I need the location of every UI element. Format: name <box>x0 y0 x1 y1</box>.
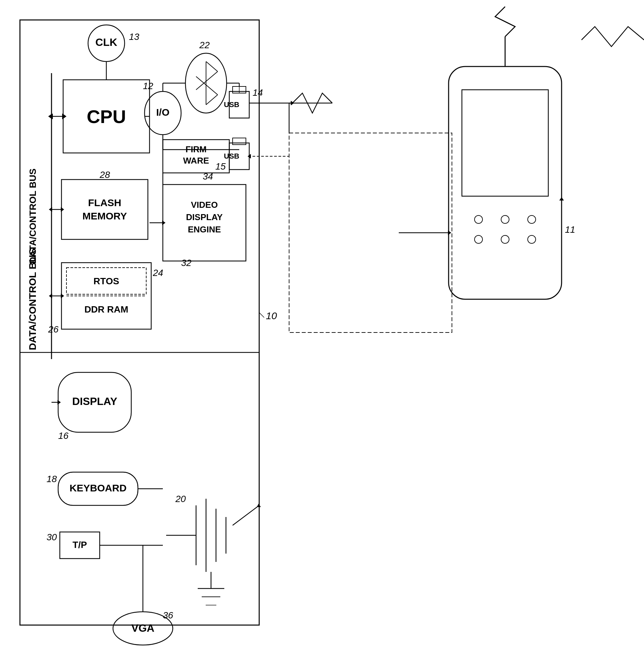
ref-13: 13 <box>129 31 140 42</box>
bus-label-vert: DATA/CONTROL BUS <box>28 169 38 264</box>
ref-11: 11 <box>565 224 575 235</box>
flash-label1: FLASH <box>88 197 121 208</box>
bt-mid-left <box>196 71 218 90</box>
ref10-line <box>259 313 264 317</box>
display-arrow <box>57 400 61 405</box>
rtos-label: RTOS <box>93 276 119 286</box>
key3 <box>528 215 536 223</box>
ref11-arrow <box>559 197 564 200</box>
keyboard-label: KEYBOARD <box>70 482 127 493</box>
ref-24: 24 <box>152 268 163 278</box>
ddr-arrow-right <box>61 294 64 298</box>
mobile-connect-arrow <box>448 231 451 235</box>
diagram-container: DATA/CONTROL BUS CLK 13 CPU 12 I/O <box>0 0 644 653</box>
firmware-label1: FIRM <box>185 144 207 154</box>
ref-20: 20 <box>175 494 186 504</box>
wireless-top <box>581 27 644 47</box>
firmware-label2: WARE <box>183 155 209 166</box>
speaker-arrow-line <box>232 505 259 525</box>
flash-label2: MEMORY <box>82 211 127 221</box>
usb2-label: USB <box>224 152 239 160</box>
vde-box <box>163 185 246 261</box>
ref-30: 30 <box>47 532 57 542</box>
cpu-label: CPU <box>87 106 126 127</box>
io-label: I/O <box>156 107 170 118</box>
key5 <box>501 235 509 243</box>
ref-26: 26 <box>48 324 59 335</box>
bt-mid-right <box>196 76 218 95</box>
vga-label: VGA <box>131 622 154 634</box>
key4 <box>474 235 482 243</box>
flash-arrow-left <box>49 207 52 212</box>
ref-32: 32 <box>181 258 192 268</box>
usb2-head <box>232 138 246 145</box>
display-label: DISPLAY <box>72 395 117 407</box>
ref-34: 34 <box>203 171 213 182</box>
ref-14: 14 <box>252 88 263 98</box>
flash-arrow-right <box>61 207 64 212</box>
key1 <box>474 215 482 223</box>
ref-12: 12 <box>143 81 153 91</box>
ddr-arrow-left <box>49 294 52 298</box>
clk-label: CLK <box>95 36 117 48</box>
ref-28: 28 <box>99 170 110 180</box>
antenna-zigzag <box>495 7 515 37</box>
vde-arrow <box>162 220 166 225</box>
bt-bot-right <box>206 95 218 105</box>
speaker-arrow <box>257 504 261 507</box>
vde-label2: DISPLAY <box>186 212 223 222</box>
usb1-label: USB <box>224 100 239 109</box>
bt-top-right <box>206 62 218 71</box>
key6 <box>528 235 536 243</box>
ref-22: 22 <box>199 40 210 50</box>
vde-label3: ENGINE <box>188 224 221 235</box>
ref-15: 15 <box>215 161 226 172</box>
flash-memory-box <box>61 179 148 239</box>
mobile-screen <box>462 90 548 196</box>
vde-label1: VIDEO <box>191 200 218 210</box>
ref-16: 16 <box>58 431 69 441</box>
ref-18: 18 <box>47 474 57 484</box>
key2 <box>501 215 509 223</box>
cpu-arrow-right <box>63 114 67 119</box>
mobile-body <box>449 67 562 299</box>
tp-label: T/P <box>72 540 87 550</box>
cpu-arrow-left <box>48 114 51 119</box>
ref-36: 36 <box>163 610 173 621</box>
ddr-ram-label: DDR RAM <box>84 304 128 315</box>
ref-10: 10 <box>266 310 277 321</box>
